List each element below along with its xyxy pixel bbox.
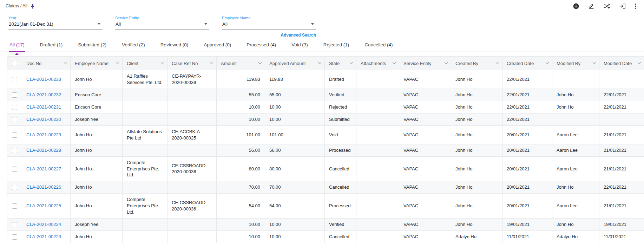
column-header-attachments[interactable]: Attachments <box>356 57 399 70</box>
export-icon[interactable] <box>619 3 626 9</box>
cell-doc-no: CLA-2021-00224 <box>22 219 71 231</box>
column-header-label: Approved Amount <box>269 61 305 66</box>
cell-client <box>123 144 167 156</box>
doc-no-link[interactable]: CLA-2021-00229 <box>26 132 61 137</box>
chevron-down-icon[interactable] <box>445 61 448 64</box>
cell-created-by: John Ho <box>451 101 502 113</box>
cell-employee-name: John Ho <box>71 194 123 219</box>
cell-amount: 10.00 <box>217 101 265 113</box>
select-all-checkbox[interactable] <box>12 61 17 66</box>
chevron-down-icon[interactable] <box>546 61 549 64</box>
cell-service-entity: VAPAC <box>399 231 451 243</box>
column-header-created-by[interactable]: Created By <box>451 57 502 70</box>
column-header-created-date[interactable]: Created Date <box>502 57 552 70</box>
column-header-label: Created By <box>455 61 478 66</box>
row-checkbox[interactable] <box>12 222 17 227</box>
doc-no-link[interactable]: CLA-2021-00232 <box>26 92 61 97</box>
chevron-down-icon[interactable] <box>210 61 213 64</box>
breadcrumb-path[interactable]: Claims / All <box>6 4 27 8</box>
filter-dropdown[interactable]: All <box>115 20 209 30</box>
table-row: CLA-2021-00224Joseph Yee10.0010.00Verifi… <box>7 219 644 231</box>
cell-modified-by: Adalyn Ho <box>552 231 599 243</box>
column-header-amount[interactable]: Amount <box>217 57 265 70</box>
cell-doc-no: CLA-2021-00231 <box>22 101 71 113</box>
column-header-service-entity[interactable]: Service Entity <box>399 57 451 70</box>
tab-rejected[interactable]: Rejected (1) <box>323 38 350 52</box>
tab-verified[interactable]: Verified (2) <box>121 38 145 52</box>
cell-created-date: 22/01/2021 <box>502 89 552 101</box>
cell-employee-name: John Ho <box>71 231 123 243</box>
row-checkbox[interactable] <box>12 185 17 190</box>
edit-icon[interactable] <box>588 3 594 9</box>
cell-service-entity: VAPAC <box>399 101 451 113</box>
pin-icon[interactable] <box>31 4 35 9</box>
row-checkbox[interactable] <box>12 234 17 240</box>
claims-table-wrap: Doc NoEmployee NameClientCase Ref NoAmou… <box>7 56 644 243</box>
filter-dropdown[interactable]: 2021(Jan 01-Dec 31) <box>8 20 103 30</box>
column-header-case-ref-no[interactable]: Case Ref No <box>167 57 217 70</box>
cell-created-by: John Ho <box>451 219 502 231</box>
cell-state: Cancelled <box>325 181 356 194</box>
column-header-employee-name[interactable]: Employee Name <box>71 57 123 70</box>
doc-no-link[interactable]: CLA-2021-00224 <box>26 222 61 227</box>
doc-no-link[interactable]: CLA-2021-00231 <box>26 104 61 110</box>
cell-modified-date: 11/01/2021 <box>599 231 644 243</box>
tab-all[interactable]: All (17) <box>9 38 25 52</box>
tab-void[interactable]: Void (3) <box>291 38 308 52</box>
doc-no-link[interactable]: CLA-2021-00223 <box>26 234 61 239</box>
column-header-state[interactable]: State <box>325 57 356 70</box>
chevron-down-icon[interactable] <box>638 61 641 64</box>
chevron-down-icon[interactable] <box>350 61 353 64</box>
shuffle-icon[interactable] <box>603 3 610 9</box>
chevron-down-icon[interactable] <box>258 61 262 64</box>
cell-attachments <box>356 231 399 243</box>
doc-no-link[interactable]: CLA-2021-00230 <box>26 117 61 122</box>
chevron-down-icon[interactable] <box>496 61 499 64</box>
filter-dropdown[interactable]: All <box>222 20 316 30</box>
chevron-down-icon[interactable] <box>116 61 119 64</box>
cell-doc-no: CLA-2021-00229 <box>22 125 71 144</box>
doc-no-link[interactable]: CLA-2021-00228 <box>26 148 61 153</box>
cell-created-date: 20/01/2021 <box>502 125 552 144</box>
doc-no-link[interactable]: CLA-2021-00233 <box>26 77 61 82</box>
cell-modified-by <box>552 70 599 89</box>
cell-employee-name: Ericson Core <box>71 101 123 113</box>
chevron-down-icon[interactable] <box>318 61 322 64</box>
tab-cancelled[interactable]: Cancelled (4) <box>364 38 393 52</box>
advanced-search-link[interactable]: Advanced Search <box>222 33 316 38</box>
row-select-cell <box>7 219 22 231</box>
column-header-modified-date[interactable]: Modified Date <box>599 57 644 70</box>
tab-drafted[interactable]: Drafted (1) <box>40 38 63 52</box>
column-header-doc-no[interactable]: Doc No <box>22 57 71 70</box>
filter-value: 2021(Jan 01-Dec 31) <box>9 21 53 27</box>
column-header-client[interactable]: Client <box>123 57 167 70</box>
row-checkbox[interactable] <box>12 148 17 153</box>
tab-approved[interactable]: Approved (0) <box>203 38 231 52</box>
row-checkbox[interactable] <box>12 132 17 138</box>
cell-approved-amount: 70.00 <box>265 181 325 194</box>
row-checkbox[interactable] <box>12 117 17 122</box>
chevron-down-icon[interactable] <box>393 61 396 64</box>
add-icon[interactable] <box>573 3 579 9</box>
tab-submitted[interactable]: Submitted (2) <box>78 38 107 52</box>
doc-no-link[interactable]: CLA-2021-00226 <box>26 184 61 190</box>
tab-reviewed[interactable]: Reviewed (0) <box>160 38 189 52</box>
cell-employee-name: John Ho <box>71 181 123 194</box>
row-checkbox[interactable] <box>12 92 17 98</box>
row-checkbox[interactable] <box>12 105 17 110</box>
column-header-modified-by[interactable]: Modified By <box>552 57 599 70</box>
table-row: CLA-2021-00226John Ho70.0070.00Cancelled… <box>7 181 644 194</box>
tab-processed[interactable]: Processed (4) <box>246 38 276 52</box>
chevron-down-icon[interactable] <box>161 61 164 64</box>
row-checkbox[interactable] <box>12 167 17 172</box>
chevron-down-icon[interactable] <box>593 61 596 64</box>
chevron-down-icon[interactable] <box>64 61 67 64</box>
more-icon[interactable] <box>635 3 636 9</box>
row-checkbox[interactable] <box>12 77 17 82</box>
column-header-approved-amount[interactable]: Approved Amount <box>265 57 325 70</box>
row-checkbox[interactable] <box>12 203 17 209</box>
cell-case-ref-no: CE-PAYPAYR-2020-00039 <box>167 70 217 89</box>
doc-no-link[interactable]: CLA-2021-00225 <box>26 203 61 208</box>
cell-service-entity: VAPAC <box>399 144 451 156</box>
doc-no-link[interactable]: CLA-2021-00227 <box>26 166 61 171</box>
